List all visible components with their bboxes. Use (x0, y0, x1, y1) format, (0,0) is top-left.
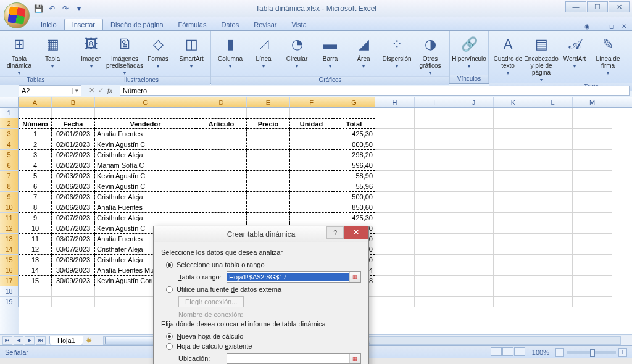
tab-insertar[interactable]: Insertar (64, 19, 103, 30)
cell-E2[interactable]: Precio (247, 118, 290, 129)
cell-H14[interactable] (375, 244, 415, 255)
row-header-17[interactable]: 17 (0, 276, 19, 286)
col-header-C[interactable]: C (95, 97, 196, 107)
row-header-12[interactable]: 12 (0, 223, 19, 234)
cell-H15[interactable] (375, 255, 415, 265)
zoom-in-button[interactable]: + (618, 348, 627, 357)
cell-H2[interactable] (375, 118, 415, 129)
cell-J19[interactable] (454, 297, 494, 307)
cell-M7[interactable] (573, 171, 612, 181)
cell-I7[interactable] (415, 171, 454, 181)
cell-E3[interactable] (247, 129, 290, 139)
cell-M13[interactable] (573, 234, 612, 244)
cell-A13[interactable]: 11 (19, 234, 52, 244)
cmd-imagenes-pred[interactable]: 🖻Imágenes prediseñadas▾ (109, 35, 140, 76)
cell-F4[interactable] (290, 139, 333, 150)
cell-I17[interactable] (415, 276, 454, 286)
cell-J17[interactable] (454, 276, 494, 286)
cell-M3[interactable] (573, 129, 612, 139)
cell-L6[interactable] (533, 160, 573, 171)
cmd-dispersion[interactable]: ⁘Dispersión▾ (381, 35, 412, 69)
cell-H10[interactable] (375, 202, 415, 213)
cell-I16[interactable] (415, 265, 454, 276)
row-header-9[interactable]: 9 (0, 192, 19, 202)
tab-vista[interactable]: Vista (285, 19, 314, 30)
cell-B1[interactable] (52, 108, 95, 118)
cell-M11[interactable] (573, 213, 612, 223)
cell-B8[interactable]: 02/06/2023 (52, 181, 95, 192)
cell-H13[interactable] (375, 234, 415, 244)
location-picker-icon[interactable]: ▦ (349, 354, 360, 363)
cell-G2[interactable]: Total (333, 118, 375, 129)
cmd-area[interactable]: ◢Área▾ (348, 35, 379, 69)
cell-M8[interactable] (573, 181, 612, 192)
cell-B17[interactable]: 30/09/2023 (52, 276, 95, 286)
cell-I15[interactable] (415, 255, 454, 265)
cell-L11[interactable] (533, 213, 573, 223)
cell-B14[interactable]: 03/07/2023 (52, 244, 95, 255)
ribbon-close-icon[interactable]: ✕ (620, 22, 628, 30)
cell-I19[interactable] (415, 297, 454, 307)
worksheet-grid[interactable]: ABCDEFGHIJKLM 12345678910111213141516171… (0, 97, 632, 334)
sheet-nav-next[interactable]: ▶ (25, 336, 35, 345)
row-header-14[interactable]: 14 (0, 244, 19, 255)
cell-K4[interactable] (494, 139, 533, 150)
cell-A7[interactable]: 5 (19, 171, 52, 181)
row-header-7[interactable]: 7 (0, 171, 19, 181)
sheet-nav-last[interactable]: ⏭ (36, 336, 46, 345)
cell-F1[interactable] (290, 108, 333, 118)
cmd-wordart[interactable]: 𝒜WordArt▾ (559, 35, 590, 69)
cell-I2[interactable] (415, 118, 454, 129)
ribbon-rest-icon[interactable]: ◻ (607, 22, 616, 30)
col-header-K[interactable]: K (494, 97, 533, 107)
cell-B18[interactable] (52, 286, 95, 297)
row-header-2[interactable]: 2 (0, 118, 19, 129)
cell-L10[interactable] (533, 202, 573, 213)
row-header-10[interactable]: 10 (0, 202, 19, 213)
cell-A9[interactable]: 7 (19, 192, 52, 202)
cell-I11[interactable] (415, 213, 454, 223)
row-header-3[interactable]: 3 (0, 129, 19, 139)
cmd-barra[interactable]: ▬Barra▾ (315, 35, 346, 69)
dialog-help-button[interactable]: ? (326, 226, 344, 239)
cell-H9[interactable] (375, 192, 415, 202)
redo-icon[interactable]: ↷ (60, 4, 70, 14)
cell-C8[interactable]: Kevin Agustín C (95, 181, 196, 192)
cell-K17[interactable] (494, 276, 533, 286)
qat-dropdown-icon[interactable]: ▾ (74, 4, 84, 14)
cell-I8[interactable] (415, 181, 454, 192)
cell-K1[interactable] (494, 108, 533, 118)
cell-D7[interactable] (196, 171, 247, 181)
office-button[interactable] (4, 2, 30, 28)
cell-L7[interactable] (533, 171, 573, 181)
cell-G10[interactable]: 850,60 (333, 202, 375, 213)
cell-L14[interactable] (533, 244, 573, 255)
dialog-close-button[interactable]: × (344, 226, 368, 239)
cell-C10[interactable]: Analía Fuentes (95, 202, 196, 213)
cell-G9[interactable]: 500,00 (333, 192, 375, 202)
cell-B2[interactable]: Fecha (52, 118, 95, 129)
cmd-otros-graficos[interactable]: ◑Otros gráficos▾ (415, 35, 446, 76)
cell-M5[interactable] (573, 150, 612, 160)
cell-C4[interactable]: Kevin Agustín C (95, 139, 196, 150)
cell-J3[interactable] (454, 129, 494, 139)
row-header-13[interactable]: 13 (0, 234, 19, 244)
cmd-linea[interactable]: ⩘Línea▾ (248, 35, 279, 69)
cell-B5[interactable]: 02/02/2023 (52, 150, 95, 160)
cell-J18[interactable] (454, 286, 494, 297)
cell-K5[interactable] (494, 150, 533, 160)
cell-A12[interactable]: 10 (19, 223, 52, 234)
cell-D2[interactable]: Artículo (196, 118, 247, 129)
cell-C2[interactable]: Vendedor (95, 118, 196, 129)
cell-K8[interactable] (494, 181, 533, 192)
row-header-19[interactable]: 19 (0, 297, 19, 307)
col-header-L[interactable]: L (533, 97, 573, 107)
cell-M6[interactable] (573, 160, 612, 171)
col-header-I[interactable]: I (415, 97, 454, 107)
radio-existing-sheet[interactable] (166, 343, 173, 350)
col-header-G[interactable]: G (333, 97, 375, 107)
cell-K10[interactable] (494, 202, 533, 213)
row-header-18[interactable]: 18 (0, 286, 19, 297)
cell-B16[interactable]: 30/09/2023 (52, 265, 95, 276)
cmd-tabla[interactable]: ▦Tabla▾ (37, 35, 68, 69)
